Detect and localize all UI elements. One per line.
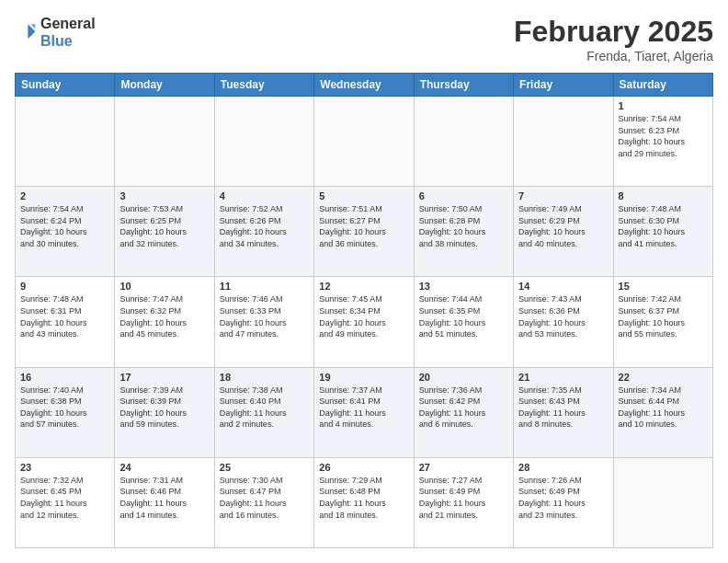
- table-cell: 15Sunrise: 7:42 AM Sunset: 6:37 PM Dayli…: [613, 277, 712, 367]
- col-sunday: Sunday: [16, 74, 115, 97]
- table-cell: 11Sunrise: 7:46 AM Sunset: 6:33 PM Dayli…: [214, 277, 313, 367]
- week-row-5: 23Sunrise: 7:32 AM Sunset: 6:45 PM Dayli…: [16, 457, 713, 547]
- table-cell: 23Sunrise: 7:32 AM Sunset: 6:45 PM Dayli…: [16, 457, 115, 547]
- week-row-3: 9Sunrise: 7:48 AM Sunset: 6:31 PM Daylig…: [16, 277, 713, 367]
- table-cell: 18Sunrise: 7:38 AM Sunset: 6:40 PM Dayli…: [214, 367, 313, 457]
- table-cell: 4Sunrise: 7:52 AM Sunset: 6:26 PM Daylig…: [214, 187, 313, 277]
- table-cell: 5Sunrise: 7:51 AM Sunset: 6:27 PM Daylig…: [314, 187, 414, 277]
- calendar-header-row: Sunday Monday Tuesday Wednesday Thursday…: [16, 74, 713, 97]
- day-number: 26: [319, 462, 408, 473]
- day-info: Sunrise: 7:35 AM Sunset: 6:43 PM Dayligh…: [518, 385, 608, 431]
- day-number: 21: [518, 372, 608, 383]
- main-title: February 2025: [514, 15, 713, 49]
- day-info: Sunrise: 7:36 AM Sunset: 6:42 PM Dayligh…: [419, 385, 508, 431]
- day-info: Sunrise: 7:34 AM Sunset: 6:44 PM Dayligh…: [619, 385, 708, 431]
- day-info: Sunrise: 7:30 AM Sunset: 6:47 PM Dayligh…: [220, 475, 309, 521]
- table-cell: [414, 97, 513, 187]
- table-cell: [314, 97, 414, 187]
- day-number: 16: [20, 372, 109, 383]
- day-info: Sunrise: 7:54 AM Sunset: 6:24 PM Dayligh…: [20, 203, 109, 249]
- table-cell: 19Sunrise: 7:37 AM Sunset: 6:41 PM Dayli…: [314, 367, 414, 457]
- col-tuesday: Tuesday: [214, 74, 313, 97]
- table-cell: 17Sunrise: 7:39 AM Sunset: 6:39 PM Dayli…: [115, 367, 214, 457]
- day-info: Sunrise: 7:47 AM Sunset: 6:32 PM Dayligh…: [119, 293, 209, 339]
- day-number: 13: [419, 281, 508, 292]
- day-info: Sunrise: 7:53 AM Sunset: 6:25 PM Dayligh…: [119, 203, 209, 249]
- table-cell: 27Sunrise: 7:27 AM Sunset: 6:49 PM Dayli…: [414, 457, 513, 547]
- table-cell: 9Sunrise: 7:48 AM Sunset: 6:31 PM Daylig…: [16, 277, 115, 367]
- table-cell: 24Sunrise: 7:31 AM Sunset: 6:46 PM Dayli…: [115, 457, 214, 547]
- table-cell: 8Sunrise: 7:48 AM Sunset: 6:30 PM Daylig…: [613, 187, 712, 277]
- table-cell: 26Sunrise: 7:29 AM Sunset: 6:48 PM Dayli…: [314, 457, 414, 547]
- table-cell: 10Sunrise: 7:47 AM Sunset: 6:32 PM Dayli…: [115, 277, 214, 367]
- header: General Blue February 2025 Frenda, Tiare…: [15, 15, 713, 63]
- table-cell: [214, 97, 313, 187]
- day-info: Sunrise: 7:48 AM Sunset: 6:30 PM Dayligh…: [619, 203, 708, 249]
- table-cell: 14Sunrise: 7:43 AM Sunset: 6:36 PM Dayli…: [514, 277, 613, 367]
- day-info: Sunrise: 7:44 AM Sunset: 6:35 PM Dayligh…: [419, 293, 508, 339]
- day-number: 15: [619, 281, 708, 292]
- table-cell: 28Sunrise: 7:26 AM Sunset: 6:49 PM Dayli…: [514, 457, 613, 547]
- table-cell: [613, 457, 712, 547]
- day-number: 8: [619, 190, 708, 201]
- table-cell: 22Sunrise: 7:34 AM Sunset: 6:44 PM Dayli…: [613, 367, 712, 457]
- day-info: Sunrise: 7:39 AM Sunset: 6:39 PM Dayligh…: [119, 385, 209, 431]
- day-number: 1: [619, 100, 708, 111]
- col-monday: Monday: [115, 74, 214, 97]
- table-cell: [16, 97, 115, 187]
- day-info: Sunrise: 7:52 AM Sunset: 6:26 PM Dayligh…: [220, 203, 309, 249]
- day-info: Sunrise: 7:46 AM Sunset: 6:33 PM Dayligh…: [220, 293, 309, 339]
- day-number: 5: [319, 190, 408, 201]
- day-number: 27: [419, 462, 508, 473]
- table-cell: 2Sunrise: 7:54 AM Sunset: 6:24 PM Daylig…: [16, 187, 115, 277]
- day-info: Sunrise: 7:26 AM Sunset: 6:49 PM Dayligh…: [518, 475, 608, 521]
- day-number: 22: [619, 372, 708, 383]
- table-cell: 7Sunrise: 7:49 AM Sunset: 6:29 PM Daylig…: [514, 187, 613, 277]
- day-number: 24: [119, 462, 209, 473]
- table-cell: [115, 97, 214, 187]
- day-number: 2: [20, 190, 109, 201]
- logo-icon: [15, 21, 37, 43]
- subtitle: Frenda, Tiaret, Algeria: [514, 49, 713, 63]
- table-cell: 13Sunrise: 7:44 AM Sunset: 6:35 PM Dayli…: [414, 277, 513, 367]
- table-cell: 1Sunrise: 7:54 AM Sunset: 6:23 PM Daylig…: [613, 97, 712, 187]
- day-info: Sunrise: 7:48 AM Sunset: 6:31 PM Dayligh…: [20, 293, 109, 339]
- day-info: Sunrise: 7:51 AM Sunset: 6:27 PM Dayligh…: [319, 203, 408, 249]
- title-block: February 2025 Frenda, Tiaret, Algeria: [514, 15, 713, 63]
- day-number: 10: [119, 281, 209, 292]
- table-cell: 21Sunrise: 7:35 AM Sunset: 6:43 PM Dayli…: [514, 367, 613, 457]
- day-info: Sunrise: 7:42 AM Sunset: 6:37 PM Dayligh…: [619, 293, 708, 339]
- table-cell: 3Sunrise: 7:53 AM Sunset: 6:25 PM Daylig…: [115, 187, 214, 277]
- day-number: 14: [518, 281, 608, 292]
- table-cell: 12Sunrise: 7:45 AM Sunset: 6:34 PM Dayli…: [314, 277, 414, 367]
- table-cell: 6Sunrise: 7:50 AM Sunset: 6:28 PM Daylig…: [414, 187, 513, 277]
- day-info: Sunrise: 7:32 AM Sunset: 6:45 PM Dayligh…: [20, 475, 109, 521]
- day-number: 19: [319, 372, 408, 383]
- col-wednesday: Wednesday: [314, 74, 414, 97]
- day-info: Sunrise: 7:29 AM Sunset: 6:48 PM Dayligh…: [319, 475, 408, 521]
- calendar-table: Sunday Monday Tuesday Wednesday Thursday…: [15, 73, 713, 548]
- day-number: 4: [220, 190, 309, 201]
- col-saturday: Saturday: [613, 74, 712, 97]
- col-thursday: Thursday: [414, 74, 513, 97]
- day-number: 17: [119, 372, 209, 383]
- day-info: Sunrise: 7:31 AM Sunset: 6:46 PM Dayligh…: [119, 475, 209, 521]
- col-friday: Friday: [514, 74, 613, 97]
- page: General Blue February 2025 Frenda, Tiare…: [0, 0, 728, 563]
- day-info: Sunrise: 7:54 AM Sunset: 6:23 PM Dayligh…: [619, 113, 708, 159]
- table-cell: [514, 97, 613, 187]
- day-info: Sunrise: 7:49 AM Sunset: 6:29 PM Dayligh…: [518, 203, 608, 249]
- logo-text: General Blue: [40, 15, 96, 50]
- table-cell: 25Sunrise: 7:30 AM Sunset: 6:47 PM Dayli…: [214, 457, 313, 547]
- day-info: Sunrise: 7:40 AM Sunset: 6:38 PM Dayligh…: [20, 385, 109, 431]
- week-row-2: 2Sunrise: 7:54 AM Sunset: 6:24 PM Daylig…: [16, 187, 713, 277]
- day-number: 28: [518, 462, 608, 473]
- day-info: Sunrise: 7:45 AM Sunset: 6:34 PM Dayligh…: [319, 293, 408, 339]
- day-number: 20: [419, 372, 508, 383]
- day-number: 12: [319, 281, 408, 292]
- day-number: 11: [220, 281, 309, 292]
- day-info: Sunrise: 7:37 AM Sunset: 6:41 PM Dayligh…: [319, 385, 408, 431]
- day-info: Sunrise: 7:43 AM Sunset: 6:36 PM Dayligh…: [518, 293, 608, 339]
- logo: General Blue: [15, 15, 96, 50]
- day-info: Sunrise: 7:27 AM Sunset: 6:49 PM Dayligh…: [419, 475, 508, 521]
